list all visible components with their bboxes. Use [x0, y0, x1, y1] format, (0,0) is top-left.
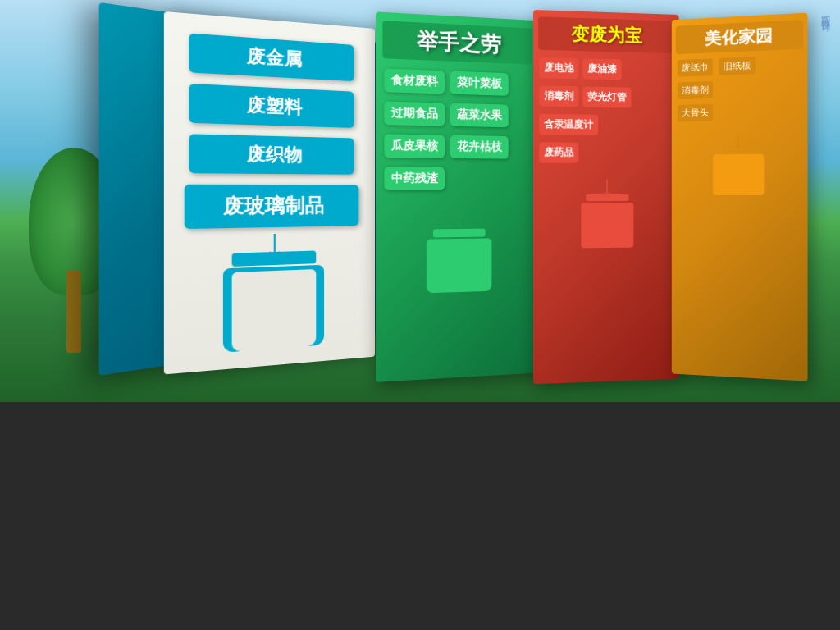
- yellow-arrow: ↓: [676, 125, 803, 154]
- green-tag-2: 菜叶菜板: [450, 71, 509, 96]
- yellow-tag-2: 旧纸板: [719, 57, 755, 75]
- blue-tag-2: 废塑料: [189, 84, 354, 128]
- panel-green: 举手之劳 食材废料 菜叶菜板 过期食品 蔬菜水果 瓜皮果核 花卉枯枝 中药残渣 …: [376, 11, 539, 381]
- main-artwork-image: 图巧教设计 中国共产党党员应知名词文化墙 废金属 废塑料 废织物 废玻璃制品 ↓: [0, 0, 840, 402]
- blue-tag-1: 废金属: [189, 33, 354, 81]
- sign-structure: 废金属 废塑料 废织物 废玻璃制品 ↓ 举手之劳 食材废料 菜叶菜板: [107, 8, 779, 361]
- yellow-tag-4: 大骨头: [678, 104, 713, 122]
- watermark-right: 图巧教设计: [819, 8, 832, 16]
- bin-icon-blue: [223, 265, 324, 353]
- green-tag-3: 过期食品: [384, 101, 445, 126]
- green-tag-6: 花卉枯枝: [450, 135, 509, 159]
- bin-icon-red: [581, 203, 633, 248]
- green-tag-4: 蔬菜水果: [450, 103, 509, 128]
- green-header: 举手之劳: [382, 21, 532, 64]
- panel-yellow: 美化家园 废纸巾 旧纸板 消毒剂 大骨头 ↓: [672, 13, 808, 381]
- red-tag-4: 荧光灯管: [582, 86, 631, 107]
- panel-blue-front: 废金属 废塑料 废织物 废玻璃制品 ↓: [164, 11, 375, 374]
- bin-icon-green: [427, 238, 492, 293]
- red-header: 变废为宝: [538, 16, 674, 53]
- green-tag-1: 食材废料: [384, 69, 445, 94]
- yellow-header: 美化家园: [676, 20, 803, 54]
- yellow-tag-1: 废纸巾: [678, 58, 713, 76]
- yellow-tag-3: 消毒剂: [678, 81, 713, 99]
- red-tag-3: 消毒剂: [539, 85, 578, 107]
- red-tag-5: 含汞温度计: [539, 114, 598, 135]
- red-tag-2: 废油漆: [582, 58, 621, 80]
- green-tag-5: 瓜皮果核: [384, 134, 445, 158]
- red-tag-1: 废电池: [539, 57, 578, 79]
- bin-icon-yellow: [713, 154, 764, 195]
- blue-tag-3: 废织物: [189, 134, 354, 174]
- red-tag-6: 废药品: [539, 142, 578, 163]
- panel-red: 变废为宝 废电池 废油漆 消毒剂 荧光灯管 含汞温度计 废药品 ↓: [533, 10, 678, 384]
- green-tag-7: 中药残渣: [384, 167, 445, 190]
